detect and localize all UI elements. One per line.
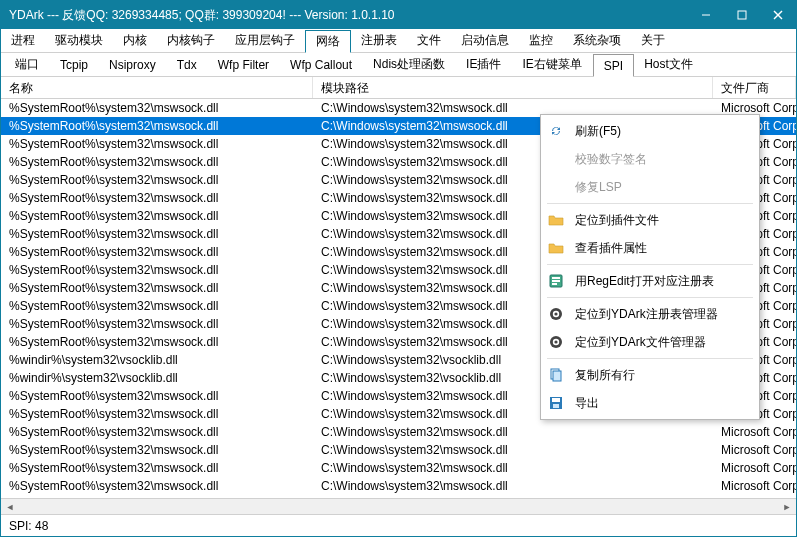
titlebar: YDArk --- 反馈QQ: 3269334485; QQ群: 3993092…	[1, 1, 796, 29]
main-menu: 进程驱动模块内核内核钩子应用层钩子网络注册表文件启动信息监控系统杂项关于	[1, 29, 796, 53]
cell-name: %windir%\system32\vsocklib.dll	[1, 371, 313, 385]
tab-item[interactable]: Ndis处理函数	[363, 53, 456, 76]
context-menu-item: 修复LSP	[543, 173, 757, 201]
cell-name: %SystemRoot%\system32\mswsock.dll	[1, 443, 313, 457]
cell-path: C:\Windows\system32\mswsock.dll	[313, 101, 713, 115]
menu-item[interactable]: 内核	[113, 29, 157, 52]
cell-vendor: Microsoft Corporation	[713, 425, 796, 439]
cell-name: %SystemRoot%\system32\mswsock.dll	[1, 263, 313, 277]
col-path[interactable]: 模块路径	[313, 77, 713, 98]
svg-rect-5	[552, 277, 560, 279]
menu-item[interactable]: 内核钩子	[157, 29, 225, 52]
col-vendor[interactable]: 文件厂商	[713, 77, 796, 98]
statusbar: SPI: 48	[1, 514, 796, 536]
context-menu-item[interactable]: 导出	[543, 389, 757, 417]
context-menu-item[interactable]: 复制所有行	[543, 361, 757, 389]
svg-rect-1	[738, 11, 746, 19]
maximize-button[interactable]	[724, 1, 760, 29]
col-name[interactable]: 名称	[1, 77, 313, 98]
tab-item[interactable]: Tdx	[167, 53, 208, 76]
cell-name: %SystemRoot%\system32\mswsock.dll	[1, 245, 313, 259]
cell-name: %SystemRoot%\system32\mswsock.dll	[1, 389, 313, 403]
menu-item[interactable]: 关于	[631, 29, 675, 52]
cell-vendor: Microsoft Corporation	[713, 101, 796, 115]
context-menu-label: 定位到插件文件	[575, 212, 659, 229]
menu-item[interactable]: 网络	[305, 30, 351, 53]
table-row[interactable]: %SystemRoot%\system32\mswsock.dllC:\Wind…	[1, 459, 796, 477]
reg-icon	[547, 272, 565, 290]
context-menu-label: 定位到YDArk注册表管理器	[575, 306, 718, 323]
context-menu-label: 复制所有行	[575, 367, 635, 384]
cell-name: %SystemRoot%\system32\mswsock.dll	[1, 281, 313, 295]
context-menu-label: 查看插件属性	[575, 240, 647, 257]
context-menu-label: 导出	[575, 395, 599, 412]
menu-item[interactable]: 监控	[519, 29, 563, 52]
menu-item[interactable]: 应用层钩子	[225, 29, 305, 52]
context-menu-item[interactable]: 定位到YDArk文件管理器	[543, 328, 757, 356]
context-menu-item[interactable]: 定位到YDArk注册表管理器	[543, 300, 757, 328]
cell-vendor: Microsoft Corporation	[713, 479, 796, 493]
cell-name: %SystemRoot%\system32\mswsock.dll	[1, 101, 313, 115]
gear-icon	[547, 305, 565, 323]
context-menu-item[interactable]: 定位到插件文件	[543, 206, 757, 234]
close-button[interactable]	[760, 1, 796, 29]
save-icon	[547, 394, 565, 412]
context-menu-label: 用RegEdit打开对应注册表	[575, 273, 714, 290]
cell-path: C:\Windows\system32\mswsock.dll	[313, 443, 713, 457]
menu-item[interactable]: 注册表	[351, 29, 407, 52]
window-title: YDArk --- 反馈QQ: 3269334485; QQ群: 3993092…	[9, 7, 688, 24]
menu-item[interactable]: 文件	[407, 29, 451, 52]
context-menu-item[interactable]: 刷新(F5)	[543, 117, 757, 145]
table-row[interactable]: %SystemRoot%\system32\mswsock.dllC:\Wind…	[1, 441, 796, 459]
cell-vendor: Microsoft Corporation	[713, 443, 796, 457]
tab-item[interactable]: SPI	[593, 54, 634, 77]
tab-item[interactable]: IE插件	[456, 53, 512, 76]
cell-name: %SystemRoot%\system32\mswsock.dll	[1, 209, 313, 223]
context-menu-label: 刷新(F5)	[575, 123, 621, 140]
tab-item[interactable]: Tcpip	[50, 53, 99, 76]
scrollbar-horizontal[interactable]: ◄ ►	[1, 498, 796, 514]
svg-rect-7	[552, 283, 557, 285]
folder-icon	[547, 211, 565, 229]
table-row[interactable]: %SystemRoot%\system32\mswsock.dllC:\Wind…	[1, 423, 796, 441]
cell-path: C:\Windows\system32\mswsock.dll	[313, 425, 713, 439]
refresh-icon	[547, 122, 565, 140]
scroll-left-icon[interactable]: ◄	[3, 500, 17, 514]
minimize-button[interactable]	[688, 1, 724, 29]
svg-rect-17	[552, 398, 560, 402]
menu-item[interactable]: 驱动模块	[45, 29, 113, 52]
folder-icon	[547, 239, 565, 257]
status-text: SPI: 48	[9, 519, 48, 533]
cell-name: %SystemRoot%\system32\mswsock.dll	[1, 155, 313, 169]
svg-rect-6	[552, 280, 560, 282]
cell-path: C:\Windows\system32\mswsock.dll	[313, 479, 713, 493]
context-menu-label: 修复LSP	[575, 179, 622, 196]
cell-name: %SystemRoot%\system32\mswsock.dll	[1, 479, 313, 493]
sub-tabs: 端口TcpipNsiproxyTdxWfp FilterWfp CalloutN…	[1, 53, 796, 77]
scroll-right-icon[interactable]: ►	[780, 500, 794, 514]
tab-item[interactable]: Wfp Filter	[208, 53, 280, 76]
context-menu[interactable]: 刷新(F5)校验数字签名修复LSP定位到插件文件查看插件属性用RegEdit打开…	[540, 114, 760, 420]
cell-name: %SystemRoot%\system32\mswsock.dll	[1, 173, 313, 187]
menu-item[interactable]: 启动信息	[451, 29, 519, 52]
context-menu-item[interactable]: 用RegEdit打开对应注册表	[543, 267, 757, 295]
cell-name: %SystemRoot%\system32\mswsock.dll	[1, 119, 313, 133]
cell-name: %SystemRoot%\system32\mswsock.dll	[1, 299, 313, 313]
cell-name: %windir%\system32\vsocklib.dll	[1, 353, 313, 367]
svg-rect-18	[553, 404, 559, 408]
context-menu-item[interactable]: 查看插件属性	[543, 234, 757, 262]
cell-name: %SystemRoot%\system32\mswsock.dll	[1, 317, 313, 331]
tab-item[interactable]: Host文件	[634, 53, 704, 76]
menu-separator	[547, 264, 753, 265]
menu-item[interactable]: 进程	[1, 29, 45, 52]
cell-path: C:\Windows\system32\mswsock.dll	[313, 461, 713, 475]
tab-item[interactable]: 端口	[5, 53, 50, 76]
tab-item[interactable]: IE右键菜单	[512, 53, 592, 76]
table-header: 名称 模块路径 文件厂商	[1, 77, 796, 99]
cell-name: %SystemRoot%\system32\mswsock.dll	[1, 191, 313, 205]
tab-item[interactable]: Wfp Callout	[280, 53, 363, 76]
menu-item[interactable]: 系统杂项	[563, 29, 631, 52]
cell-name: %SystemRoot%\system32\mswsock.dll	[1, 227, 313, 241]
table-row[interactable]: %SystemRoot%\system32\mswsock.dllC:\Wind…	[1, 477, 796, 495]
tab-item[interactable]: Nsiproxy	[99, 53, 167, 76]
